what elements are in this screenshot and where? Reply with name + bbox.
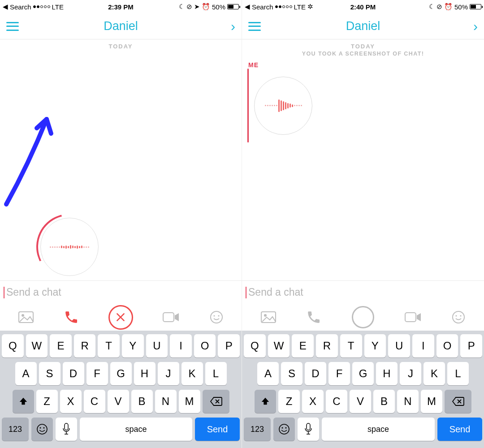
phone-icon[interactable] bbox=[306, 310, 321, 325]
key-n[interactable]: N bbox=[155, 390, 177, 413]
key-space[interactable]: space bbox=[322, 418, 435, 441]
key-x[interactable]: X bbox=[302, 390, 324, 413]
key-a[interactable]: A bbox=[15, 362, 37, 385]
key-t[interactable]: T bbox=[340, 334, 362, 358]
key-j[interactable]: J bbox=[400, 362, 421, 385]
backspace-icon bbox=[210, 396, 222, 406]
svg-point-18 bbox=[285, 427, 287, 429]
key-b[interactable]: B bbox=[373, 390, 395, 413]
key-z[interactable]: Z bbox=[278, 390, 300, 413]
key-emoji[interactable] bbox=[31, 418, 53, 441]
key-numbers[interactable]: 123 bbox=[244, 418, 271, 441]
key-b[interactable]: B bbox=[131, 390, 153, 413]
key-a[interactable]: A bbox=[257, 362, 279, 385]
key-shift[interactable] bbox=[255, 390, 276, 413]
chat-body: TODAY bbox=[0, 39, 242, 280]
chat-title: Daniel bbox=[0, 19, 242, 33]
key-f[interactable]: F bbox=[328, 362, 350, 385]
chat-title: Daniel bbox=[242, 19, 484, 33]
key-numbers[interactable]: 123 bbox=[2, 418, 29, 441]
key-u[interactable]: U bbox=[146, 334, 168, 358]
key-dictation[interactable] bbox=[298, 418, 319, 441]
key-shift[interactable] bbox=[13, 390, 34, 413]
key-q[interactable]: Q bbox=[244, 334, 266, 358]
key-r[interactable]: R bbox=[316, 334, 338, 358]
key-o[interactable]: O bbox=[436, 334, 458, 358]
gallery-icon[interactable] bbox=[18, 311, 34, 323]
key-i[interactable]: I bbox=[412, 334, 434, 358]
key-y[interactable]: Y bbox=[122, 334, 144, 358]
key-h[interactable]: H bbox=[376, 362, 398, 385]
key-w[interactable]: W bbox=[26, 334, 48, 358]
key-v[interactable]: V bbox=[108, 390, 129, 413]
svg-point-17 bbox=[282, 427, 283, 429]
key-m[interactable]: M bbox=[179, 390, 200, 413]
key-send[interactable]: Send bbox=[195, 418, 240, 441]
key-c[interactable]: C bbox=[326, 390, 347, 413]
screenshot-right: ◀ Search LTE ✲ 2:40 PM ☾ ⊘ ⏰ 50% Daniel … bbox=[242, 0, 484, 448]
key-w[interactable]: W bbox=[268, 334, 290, 358]
svg-point-1 bbox=[22, 314, 24, 317]
key-j[interactable]: J bbox=[158, 362, 179, 385]
gallery-icon[interactable] bbox=[261, 311, 276, 323]
key-backspace[interactable] bbox=[203, 390, 229, 413]
key-m[interactable]: M bbox=[421, 390, 442, 413]
svg-point-3 bbox=[211, 311, 222, 323]
key-l[interactable]: L bbox=[447, 362, 469, 385]
key-t[interactable]: T bbox=[98, 334, 120, 358]
sent-voice-message[interactable] bbox=[242, 69, 484, 142]
key-l[interactable]: L bbox=[205, 362, 227, 385]
key-d[interactable]: D bbox=[305, 362, 326, 385]
backspace-icon bbox=[452, 396, 464, 406]
key-h[interactable]: H bbox=[134, 362, 156, 385]
key-dictation[interactable] bbox=[56, 418, 77, 441]
voice-note-bubble[interactable] bbox=[254, 77, 312, 135]
key-d[interactable]: D bbox=[63, 362, 84, 385]
sticker-smile-icon[interactable] bbox=[452, 310, 465, 324]
video-icon[interactable] bbox=[405, 311, 422, 323]
key-c[interactable]: C bbox=[84, 390, 105, 413]
record-voice-button[interactable] bbox=[352, 306, 374, 328]
key-g[interactable]: G bbox=[110, 362, 132, 385]
key-p[interactable]: P bbox=[218, 334, 240, 358]
key-backspace[interactable] bbox=[445, 390, 471, 413]
key-send[interactable]: Send bbox=[437, 418, 482, 441]
key-f[interactable]: F bbox=[86, 362, 108, 385]
shift-icon bbox=[260, 396, 270, 406]
key-k[interactable]: K bbox=[182, 362, 203, 385]
chat-input-bar[interactable]: Send a chat bbox=[0, 280, 242, 304]
key-o[interactable]: O bbox=[194, 334, 216, 358]
key-space[interactable]: space bbox=[80, 418, 192, 441]
battery-icon bbox=[227, 4, 239, 9]
video-icon[interactable] bbox=[163, 311, 180, 323]
key-x[interactable]: X bbox=[60, 390, 82, 413]
cancel-recording-button[interactable] bbox=[108, 305, 133, 330]
screenshot-left: ◀ Search LTE 2:39 PM ☾ ⊘ ➤ ⏰ 50% Daniel … bbox=[0, 0, 242, 448]
key-emoji[interactable] bbox=[273, 418, 295, 441]
chat-input-placeholder: Send a chat bbox=[6, 286, 61, 298]
key-s[interactable]: S bbox=[39, 362, 60, 385]
key-r[interactable]: R bbox=[74, 334, 96, 358]
key-e[interactable]: E bbox=[50, 334, 72, 358]
date-header: TODAY bbox=[242, 43, 484, 50]
key-e[interactable]: E bbox=[292, 334, 314, 358]
key-z[interactable]: Z bbox=[36, 390, 58, 413]
nav-bar: Daniel › bbox=[0, 13, 242, 39]
key-q[interactable]: Q bbox=[2, 334, 24, 358]
key-v[interactable]: V bbox=[350, 390, 371, 413]
chat-body: TODAY YOU TOOK A SCREENSHOT OF CHAT! ME bbox=[242, 39, 484, 280]
key-y[interactable]: Y bbox=[364, 334, 386, 358]
sticker-smile-icon[interactable] bbox=[210, 310, 223, 324]
key-k[interactable]: K bbox=[424, 362, 445, 385]
key-i[interactable]: I bbox=[170, 334, 192, 358]
voice-recording-bubble[interactable] bbox=[40, 218, 99, 276]
key-g[interactable]: G bbox=[352, 362, 374, 385]
key-n[interactable]: N bbox=[397, 390, 419, 413]
svg-point-14 bbox=[456, 315, 457, 316]
key-u[interactable]: U bbox=[388, 334, 410, 358]
nav-bar: Daniel › bbox=[242, 13, 484, 39]
key-p[interactable]: P bbox=[460, 334, 482, 358]
phone-icon[interactable] bbox=[64, 310, 79, 325]
key-s[interactable]: S bbox=[281, 362, 302, 385]
chat-input-bar[interactable]: Send a chat bbox=[242, 280, 484, 304]
